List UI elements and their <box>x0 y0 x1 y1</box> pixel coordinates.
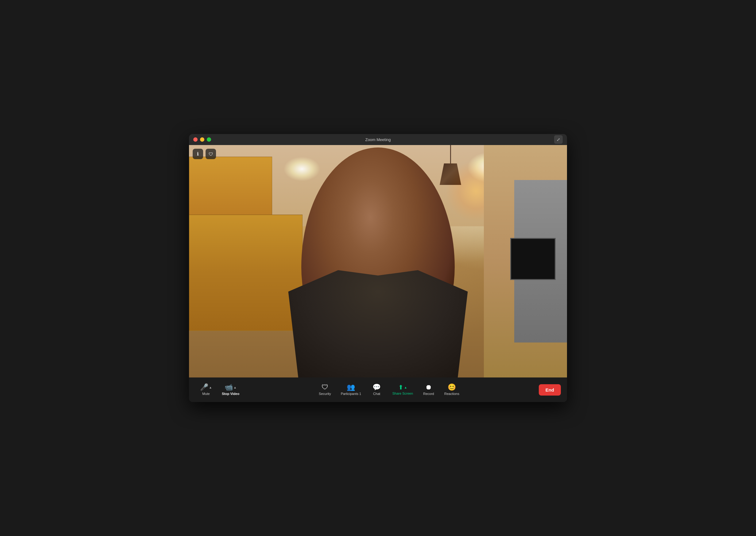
overlay-buttons: ℹ 🛡 <box>193 149 216 159</box>
toolbar: 🎤 ▲ Mute 📹 ▲ Stop Video 🛡 Security 👥 <box>189 378 567 402</box>
security-button[interactable]: 🛡 Security <box>314 382 336 397</box>
mute-main: 🎤 <box>200 384 208 391</box>
security-icon: 🛡 <box>322 384 328 391</box>
share-chevron[interactable]: ▲ <box>404 386 407 389</box>
reactions-icon: 😊 <box>448 384 456 391</box>
reactions-button[interactable]: 😊 Reactions <box>439 382 464 397</box>
window-title: Zoom Meeting <box>365 137 391 142</box>
camera-icon: 📹 <box>225 384 233 391</box>
info-icon: ℹ <box>197 151 199 157</box>
share-screen-icon: ⬆ <box>398 384 404 390</box>
participants-button[interactable]: 👥 Participants 1 <box>336 382 366 397</box>
record-label: Record <box>423 392 434 395</box>
chat-button[interactable]: 💬 Chat <box>366 382 387 397</box>
participants-label: Participants 1 <box>341 392 361 395</box>
close-button[interactable] <box>193 137 198 142</box>
chat-label: Chat <box>373 392 380 395</box>
video-area: ℹ 🛡 <box>189 145 567 378</box>
minimize-button[interactable] <box>200 137 204 142</box>
shield-icon: 🛡 <box>209 151 213 157</box>
fullscreen-button[interactable]: ⤢ <box>554 135 563 144</box>
end-button[interactable]: End <box>539 384 561 395</box>
info-overlay-button[interactable]: ℹ <box>193 149 203 159</box>
zoom-window: Zoom Meeting ⤢ <box>189 134 567 402</box>
video-main: 📹 <box>225 384 233 391</box>
mute-label: Mute <box>202 392 209 395</box>
bg-tv <box>510 238 556 280</box>
record-icon: ⏺ <box>425 384 432 391</box>
reactions-label: Reactions <box>444 392 459 395</box>
microphone-icon: 🎤 <box>200 384 208 391</box>
share-group: ⬆ ▲ <box>398 384 407 390</box>
security-label: Security <box>319 392 331 395</box>
titlebar: Zoom Meeting ⤢ <box>189 134 567 145</box>
share-screen-button[interactable]: ⬆ ▲ Share Screen <box>387 383 418 397</box>
shield-overlay-button[interactable]: 🛡 <box>205 149 216 159</box>
maximize-button[interactable] <box>207 137 211 142</box>
video-chevron[interactable]: ▲ <box>234 386 236 389</box>
traffic-lights <box>193 137 211 142</box>
mute-button[interactable]: 🎤 ▲ Mute <box>195 382 217 397</box>
share-screen-label: Share Screen <box>392 391 413 395</box>
share-main: ⬆ <box>398 384 404 390</box>
mute-chevron[interactable]: ▲ <box>209 386 212 389</box>
video-group: 📹 ▲ <box>225 384 236 391</box>
mute-group: 🎤 ▲ <box>200 384 212 391</box>
stop-video-button[interactable]: 📹 ▲ Stop Video <box>217 382 244 397</box>
participants-badge: 1 <box>359 392 361 395</box>
person-jacket <box>278 270 478 378</box>
participant-video <box>270 148 486 378</box>
participants-icon: 👥 <box>347 384 355 391</box>
stop-video-label: Stop Video <box>222 392 239 395</box>
record-button[interactable]: ⏺ Record <box>418 382 439 397</box>
chat-icon: 💬 <box>373 384 381 391</box>
